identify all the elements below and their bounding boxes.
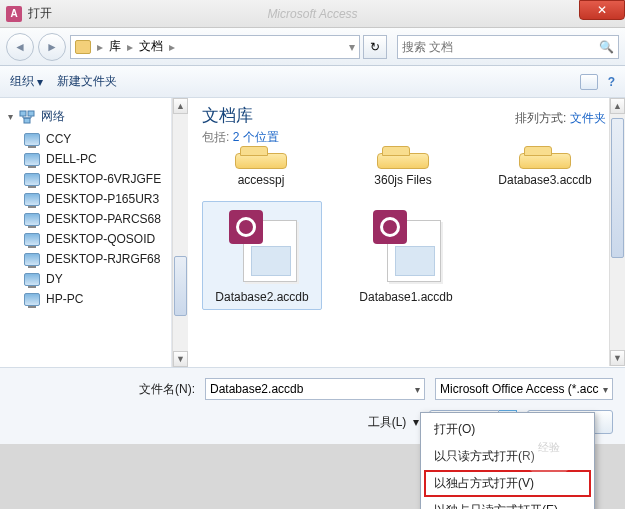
sort-label: 排列方式:	[515, 111, 566, 125]
folder-icon	[365, 145, 441, 169]
menu-item[interactable]: 以只读方式打开(R)	[424, 443, 591, 470]
sidebar-item-label: DESKTOP-6VRJGFE	[46, 172, 161, 186]
organize-label: 组织	[10, 73, 34, 90]
filetype-field[interactable]: Microsoft Office Access (*.acc ▾	[435, 378, 613, 400]
chevron-down-icon[interactable]: ▾	[415, 384, 420, 395]
sidebar-item-label: DY	[46, 272, 63, 286]
sidebar-item-label: CCY	[46, 132, 71, 146]
sidebar-item[interactable]: HP-PC	[0, 289, 171, 309]
sidebar-item[interactable]: DESKTOP-PARCS68	[0, 209, 171, 229]
computer-icon	[24, 273, 40, 286]
file-label: Database1.accdb	[359, 290, 452, 305]
sidebar-item-label: DESKTOP-PARCS68	[46, 212, 161, 226]
chevron-right-icon: ▸	[169, 40, 175, 54]
file-label: Database2.accdb	[215, 290, 308, 305]
search-input[interactable]	[402, 40, 599, 54]
chevron-right-icon: ▸	[127, 40, 133, 54]
chevron-down-icon[interactable]: ▾	[349, 40, 355, 54]
sidebar-item-label: DESKTOP-RJRGF68	[46, 252, 160, 266]
content-area: 文档库 包括: 2 个位置 排列方式: 文件夹 ▾ accesspj360js …	[188, 98, 625, 367]
filename-value: Database2.accdb	[210, 382, 303, 396]
sidebar-item[interactable]: DESKTOP-QOSOID	[0, 229, 171, 249]
body: ▾ 网络 CCYDELL-PCDESKTOP-6VRJGFEDESKTOP-P1…	[0, 98, 625, 368]
file-item[interactable]: 360js Files	[344, 140, 462, 193]
sidebar-item-label: HP-PC	[46, 292, 83, 306]
open-mode-menu: 打开(O)以只读方式打开(R)以独占方式打开(V)以独占只读方式打开(E)	[420, 412, 595, 509]
scroll-thumb[interactable]	[174, 256, 187, 316]
computer-icon	[24, 173, 40, 186]
app-icon: A	[6, 6, 22, 22]
sidebar-header-label: 网络	[41, 108, 65, 125]
network-icon	[19, 110, 35, 124]
accdb-icon	[225, 206, 299, 286]
scroll-up-icon[interactable]: ▲	[173, 98, 188, 114]
filetype-value: Microsoft Office Access (*.acc	[440, 382, 599, 396]
new-folder-label: 新建文件夹	[57, 73, 117, 90]
sidebar-item-label: DELL-PC	[46, 152, 97, 166]
computer-icon	[24, 253, 40, 266]
sidebar: ▾ 网络 CCYDELL-PCDESKTOP-6VRJGFEDESKTOP-P1…	[0, 98, 172, 367]
sort-by: 排列方式: 文件夹 ▾	[515, 110, 615, 127]
computer-icon	[24, 153, 40, 166]
nav-row: ◄ ► ▸ 库 ▸ 文档 ▸ ▾ ↻ 🔍	[0, 28, 625, 66]
scroll-up-icon[interactable]: ▲	[610, 98, 625, 114]
computer-icon	[24, 293, 40, 306]
svg-rect-1	[28, 111, 34, 116]
scroll-down-icon[interactable]: ▼	[610, 350, 625, 366]
svg-rect-0	[20, 111, 26, 116]
file-item[interactable]: Database1.accdb	[346, 201, 466, 310]
crumb-libraries[interactable]: 库	[109, 38, 121, 55]
refresh-button[interactable]: ↻	[363, 35, 387, 59]
menu-item[interactable]: 以独占方式打开(V)	[424, 470, 591, 497]
search-icon: 🔍	[599, 40, 614, 54]
sidebar-item[interactable]: DESKTOP-RJRGF68	[0, 249, 171, 269]
svg-rect-2	[24, 118, 30, 123]
toolbar: 组织 ▾ 新建文件夹 ?	[0, 66, 625, 98]
file-item[interactable]: Database3.accdb	[486, 140, 604, 193]
content-scrollbar[interactable]: ▲ ▼	[609, 98, 625, 366]
computer-icon	[24, 193, 40, 206]
sidebar-item[interactable]: DESKTOP-P165UR3	[0, 189, 171, 209]
help-icon[interactable]: ?	[608, 75, 615, 89]
filename-field[interactable]: Database2.accdb ▾	[205, 378, 425, 400]
file-item[interactable]: accesspj	[202, 140, 320, 193]
accdb-icon	[369, 206, 443, 286]
chevron-down-icon: ▾	[8, 111, 13, 122]
address-bar[interactable]: ▸ 库 ▸ 文档 ▸ ▾	[70, 35, 360, 59]
sidebar-item[interactable]: DY	[0, 269, 171, 289]
menu-item[interactable]: 以独占只读方式打开(E)	[424, 497, 591, 509]
close-button[interactable]: ✕	[579, 0, 625, 20]
filename-label: 文件名(N):	[139, 381, 195, 398]
chevron-down-icon[interactable]: ▾	[603, 384, 608, 395]
chevron-down-icon: ▾	[37, 75, 43, 89]
crumb-documents[interactable]: 文档	[139, 38, 163, 55]
close-icon: ✕	[597, 3, 607, 17]
chevron-right-icon: ▸	[97, 40, 103, 54]
sidebar-scrollbar[interactable]: ▲ ▼	[172, 98, 188, 367]
sidebar-item-label: DESKTOP-P165UR3	[46, 192, 159, 206]
folder-icon	[223, 145, 299, 169]
back-button[interactable]: ◄	[6, 33, 34, 61]
new-folder-button[interactable]: 新建文件夹	[57, 73, 117, 90]
folder-icon	[75, 40, 91, 54]
file-label: accesspj	[238, 173, 285, 188]
computer-icon	[24, 213, 40, 226]
sidebar-header-network[interactable]: ▾ 网络	[0, 104, 171, 129]
app-hint: Microsoft Access	[267, 7, 357, 21]
sidebar-item[interactable]: DESKTOP-6VRJGFE	[0, 169, 171, 189]
sidebar-item[interactable]: DELL-PC	[0, 149, 171, 169]
forward-button[interactable]: ►	[38, 33, 66, 61]
computer-icon	[24, 133, 40, 146]
library-title: 文档库	[202, 104, 279, 127]
menu-item[interactable]: 打开(O)	[424, 416, 591, 443]
file-label: Database3.accdb	[498, 173, 591, 188]
sidebar-item[interactable]: CCY	[0, 129, 171, 149]
search-box[interactable]: 🔍	[397, 35, 619, 59]
scroll-down-icon[interactable]: ▼	[173, 351, 188, 367]
tools-button[interactable]: 工具(L) ▾	[368, 414, 419, 431]
view-button[interactable]	[580, 74, 598, 90]
organize-button[interactable]: 组织 ▾	[10, 73, 43, 90]
computer-icon	[24, 233, 40, 246]
file-item[interactable]: Database2.accdb	[202, 201, 322, 310]
scroll-thumb[interactable]	[611, 118, 624, 258]
